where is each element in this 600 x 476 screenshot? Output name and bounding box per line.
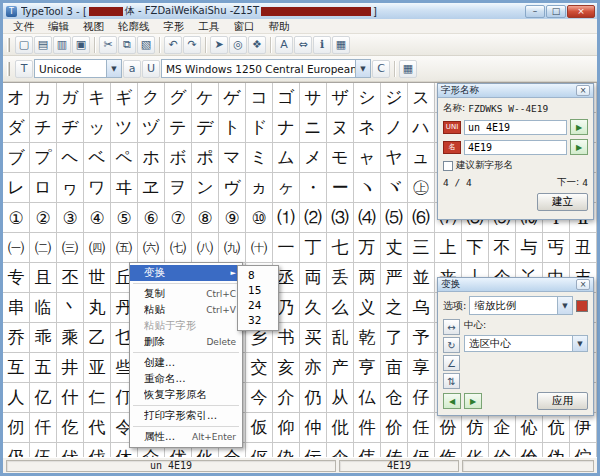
- glyph-cell[interactable]: ク: [138, 83, 165, 113]
- glyph-cell[interactable]: 伥: [462, 443, 489, 457]
- scale-tool-icon[interactable]: ↔: [443, 319, 460, 335]
- glyph-cell[interactable]: ③: [57, 203, 84, 233]
- glyph-cell[interactable]: 仮: [246, 413, 273, 443]
- glyph-cell[interactable]: ヾ: [381, 173, 408, 203]
- glyph-cell[interactable]: ロ: [30, 173, 57, 203]
- apply-unicode-icon[interactable]: ▶: [570, 119, 588, 135]
- codepage-mode-icon[interactable]: C: [372, 60, 390, 78]
- glyph-cell[interactable]: 万: [354, 233, 381, 263]
- glyph-cell[interactable]: ダ: [3, 113, 30, 143]
- glyph-cell[interactable]: グ: [165, 83, 192, 113]
- glyph-cell[interactable]: 五: [30, 353, 57, 383]
- save-icon[interactable]: ▥: [53, 36, 71, 54]
- glyph-cell[interactable]: 久: [300, 293, 327, 323]
- palette-title-bar[interactable]: 字形名称 ×: [438, 84, 593, 98]
- dropdown-arrow-icon[interactable]: ▼: [572, 336, 587, 351]
- glyph-cell[interactable]: ㈠: [3, 233, 30, 263]
- glyph-cell[interactable]: ヽ: [354, 173, 381, 203]
- apply-name-icon[interactable]: ▶: [570, 139, 588, 155]
- glyph-cell[interactable]: ジ: [381, 83, 408, 113]
- font-info-icon[interactable]: ℹ: [313, 36, 331, 54]
- unicode-mode-icon[interactable]: U: [142, 60, 160, 78]
- glyph-cell[interactable]: 伫: [570, 443, 597, 457]
- action-select[interactable]: 缩放比例 ▼: [469, 296, 573, 315]
- glyph-cell[interactable]: ヲ: [165, 173, 192, 203]
- glyph-cell[interactable]: 份: [435, 413, 462, 443]
- glyph-cell[interactable]: 伛: [246, 443, 273, 457]
- glyph-cell[interactable]: 並: [408, 263, 435, 293]
- glyph-cell[interactable]: 伋: [3, 443, 30, 457]
- prev-step-icon[interactable]: ◀: [443, 393, 461, 409]
- glyph-cell[interactable]: 享: [408, 353, 435, 383]
- glyph-cell[interactable]: ヶ: [273, 173, 300, 203]
- glyph-cell[interactable]: 今: [246, 383, 273, 413]
- glyph-cell[interactable]: 丐: [543, 233, 570, 263]
- glyph-cell[interactable]: 仳: [327, 413, 354, 443]
- glyph-cell[interactable]: ㈢: [57, 233, 84, 263]
- glyph-cell[interactable]: 么: [327, 293, 354, 323]
- glyph-cell[interactable]: テ: [165, 113, 192, 143]
- glyph-cell[interactable]: 件: [354, 413, 381, 443]
- glyph-cell[interactable]: 上: [435, 233, 462, 263]
- center-select[interactable]: 选区中心 ▼: [464, 335, 588, 352]
- dropdown-arrow-icon[interactable]: ▼: [355, 60, 370, 77]
- glyph-cell[interactable]: ュ: [408, 143, 435, 173]
- glyph-cell[interactable]: ゴ: [273, 83, 300, 113]
- glyph-cell[interactable]: 伢: [408, 443, 435, 457]
- name-input[interactable]: [464, 140, 567, 155]
- next-step-icon[interactable]: ▶: [464, 393, 482, 409]
- glyph-cell[interactable]: 乌: [408, 293, 435, 323]
- glyph-cell[interactable]: ヰ: [111, 173, 138, 203]
- context-menu-item[interactable]: 重命名...: [130, 371, 242, 387]
- glyph-cell[interactable]: 介: [273, 383, 300, 413]
- color-swatch[interactable]: [576, 300, 588, 312]
- glyph-cell[interactable]: ヮ: [57, 173, 84, 203]
- glyph-cell[interactable]: 价: [381, 413, 408, 443]
- dropdown-arrow-icon[interactable]: ▼: [557, 297, 572, 314]
- menu-item-2[interactable]: 编辑: [41, 19, 76, 34]
- glyph-cell[interactable]: コ: [246, 83, 273, 113]
- glyph-cell[interactable]: 伤: [435, 443, 462, 457]
- glyph-cell[interactable]: 互: [3, 353, 30, 383]
- paste-icon[interactable]: ▧: [137, 36, 155, 54]
- glyph-cell[interactable]: 仔: [408, 383, 435, 413]
- menu-item-8[interactable]: 帮助: [262, 19, 297, 34]
- glyph-cell[interactable]: ヂ: [57, 113, 84, 143]
- glyph-cell[interactable]: 之: [381, 293, 408, 323]
- submenu-item[interactable]: 8: [238, 268, 278, 283]
- glyph-cell[interactable]: 仟: [30, 413, 57, 443]
- codepage-select[interactable]: MS Windows 1250 Central European▼: [161, 59, 371, 78]
- glyph-cell[interactable]: ベ: [84, 143, 111, 173]
- glyph-cell[interactable]: ⑨: [219, 203, 246, 233]
- glyph-cell[interactable]: 丸: [84, 293, 111, 323]
- glyph-cell[interactable]: 不: [489, 233, 516, 263]
- minimize-button[interactable]: –: [525, 5, 545, 18]
- glyph-cell[interactable]: ザ: [327, 83, 354, 113]
- glyph-cell[interactable]: 仁: [84, 383, 111, 413]
- glyph-cell[interactable]: ヌ: [327, 113, 354, 143]
- glyph-cell[interactable]: 乔: [3, 323, 30, 353]
- glyph-cell[interactable]: ㈥: [138, 233, 165, 263]
- glyph-cell[interactable]: 七: [327, 233, 354, 263]
- glyph-cell[interactable]: 伜: [273, 443, 300, 457]
- glyph-cell[interactable]: 両: [300, 263, 327, 293]
- glyph-cell[interactable]: 亿: [30, 383, 57, 413]
- glyph-cell[interactable]: 与: [516, 233, 543, 263]
- undo-icon[interactable]: ↶: [164, 36, 182, 54]
- toolbar-drag-handle[interactable]: [7, 38, 10, 52]
- glyph-cell[interactable]: 丁: [300, 233, 327, 263]
- open-icon[interactable]: ▤: [34, 36, 52, 54]
- glyph-cell[interactable]: ⑵: [300, 203, 327, 233]
- glyph-cell[interactable]: キ: [84, 83, 111, 113]
- palette-close-icon[interactable]: ×: [576, 279, 590, 290]
- palette-close-icon[interactable]: ×: [576, 85, 590, 96]
- suggest-checkbox[interactable]: [443, 161, 453, 171]
- glyph-cell[interactable]: ヅ: [138, 113, 165, 143]
- glyph-cell[interactable]: カ: [30, 83, 57, 113]
- glyph-cell[interactable]: 予: [408, 323, 435, 353]
- glyph-cell[interactable]: 伏: [57, 443, 84, 457]
- glyph-cell[interactable]: ⑤: [111, 203, 138, 233]
- rotate-tool-icon[interactable]: ↻: [443, 337, 460, 353]
- context-menu-item[interactable]: 属性...Alt+Enter: [130, 429, 242, 445]
- glyph-cell[interactable]: 丕: [57, 263, 84, 293]
